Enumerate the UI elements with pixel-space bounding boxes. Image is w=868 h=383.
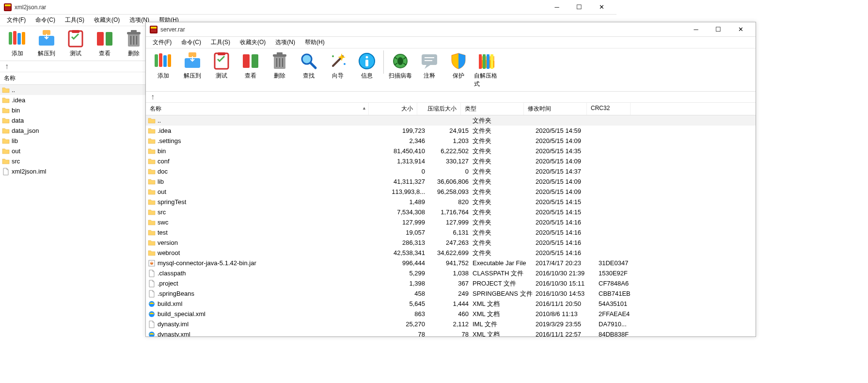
file-crc: CBB741EB — [599, 290, 642, 297]
col-name[interactable]: 名称▲ — [146, 103, 369, 115]
menu-item[interactable]: 选项(N) — [270, 37, 300, 48]
folder-icon — [148, 127, 156, 135]
table-row[interactable]: version286,313247,263文件夹2020/5/15 14:16 — [146, 238, 756, 248]
file-type: 文件夹 — [473, 208, 536, 217]
file-mtime: 2020/5/15 14:59 — [536, 127, 599, 134]
toolbar-folder-extract-button[interactable]: 解压到 — [178, 50, 207, 81]
menu-item[interactable]: 命令(C) — [176, 37, 206, 48]
table-row[interactable]: mysql-connector-java-5.1.42-bin.jar996,4… — [146, 258, 756, 268]
file-packed: 460 — [429, 310, 473, 318]
tool-label: 信息 — [361, 72, 373, 80]
menu-item[interactable]: 收藏夹(O) — [235, 37, 270, 48]
table-row[interactable]: src7,534,3081,716,764文件夹2020/5/15 14:15 — [146, 207, 756, 217]
magnifier-icon — [299, 51, 318, 71]
file-packed: 24,915 — [429, 127, 473, 134]
books-add-icon — [154, 51, 173, 71]
file-size: 286,313 — [380, 239, 429, 246]
table-row[interactable]: springTest1,489820文件夹2020/5/15 14:15 — [146, 197, 756, 207]
file-packed: 34,622,699 — [429, 249, 473, 256]
menu-item[interactable]: 工具(S) — [60, 15, 89, 25]
title-back: xml2json.rar — [15, 4, 546, 11]
toolbar-list-test-button[interactable]: 测试 — [207, 50, 236, 81]
table-row[interactable]: .classpath5,2991,038CLASSPATH 文件2016/10/… — [146, 268, 756, 278]
menu-item[interactable]: 收藏夹(O) — [89, 15, 125, 25]
col-type[interactable]: 类型 — [461, 103, 524, 115]
toolbar-books-add-button[interactable]: 添加 — [149, 50, 178, 81]
table-row[interactable]: lib41,311,32736,606,806文件夹2020/5/15 14:0… — [146, 176, 756, 187]
table-row[interactable]: webroot42,538,34134,622,699文件夹2020/5/15 … — [146, 248, 756, 258]
file-type: PROJECT 文件 — [473, 279, 536, 288]
table-row[interactable]: swc127,999127,999文件夹2020/5/15 14:16 — [146, 217, 756, 227]
file-size: 81,450,410 — [380, 147, 429, 155]
up-row-front[interactable]: ↑ — [146, 92, 756, 103]
folder-icon — [148, 158, 156, 165]
col-packed[interactable]: 压缩后大小 — [417, 103, 461, 115]
table-row[interactable]: ..文件夹 — [146, 115, 756, 126]
table-row[interactable]: dynasty.xml7878XML 文档2016/11/1 22:5784DB… — [146, 329, 756, 336]
col-mtime[interactable]: 修改时间 — [524, 103, 587, 115]
menu-item[interactable]: 帮助(H) — [300, 37, 330, 48]
file-mtime: 2020/5/15 14:16 — [536, 239, 599, 246]
toolbar-wand-button[interactable]: 向导 — [323, 50, 352, 81]
toolbar-book-view-button[interactable]: 查看 — [90, 28, 119, 59]
table-row[interactable]: doc00文件夹2020/5/15 14:37 — [146, 166, 756, 176]
toolbar-list-test-button[interactable]: 测试 — [61, 28, 90, 59]
file-list-front[interactable]: ..文件夹.idea199,72324,915文件夹2020/5/15 14:5… — [146, 115, 756, 336]
file-packed: 367 — [429, 280, 473, 287]
toolbar-shield-button[interactable]: 保护 — [444, 50, 473, 81]
menu-item[interactable]: 命令(C) — [31, 15, 60, 25]
tool-label: 删除 — [274, 72, 285, 80]
toolbar-folder-extract-button[interactable]: 解压到 — [32, 28, 61, 59]
file-type: XML 文档 — [473, 300, 536, 308]
file-size: 1,489 — [380, 198, 429, 206]
maximize-button[interactable]: ☐ — [707, 22, 729, 37]
file-size: 0 — [380, 168, 429, 175]
table-row[interactable]: out113,993,8...96,258,093文件夹2020/5/15 14… — [146, 187, 756, 197]
file-mtime: 2020/5/15 14:09 — [536, 158, 599, 165]
file-size: 127,999 — [380, 219, 429, 226]
table-row[interactable]: .springBeans458249SPRINGBEANS 文件2016/10/… — [146, 288, 756, 299]
table-row[interactable]: build.xml5,6451,444XML 文档2016/11/1 20:50… — [146, 299, 756, 309]
table-row[interactable]: .idea199,72324,915文件夹2020/5/15 14:59 — [146, 126, 756, 136]
minimize-button[interactable]: ─ — [546, 0, 568, 15]
file-icon — [148, 320, 156, 328]
toolbar-info-button[interactable]: 信息 — [352, 50, 381, 81]
close-button[interactable]: ✕ — [590, 0, 613, 15]
toolbar-book-view-button[interactable]: 查看 — [236, 50, 265, 81]
folder-extract-icon — [183, 51, 202, 71]
file-crc: 1530E92F — [599, 270, 642, 277]
menu-item[interactable]: 文件(F) — [148, 37, 176, 48]
file-name: build_special.xml — [158, 310, 380, 318]
menu-item[interactable]: 文件(F) — [2, 15, 31, 25]
table-row[interactable]: .project1,398367PROJECT 文件2016/10/30 15:… — [146, 278, 756, 288]
file-size: 996,444 — [380, 259, 429, 267]
col-crc[interactable]: CRC32 — [587, 103, 631, 115]
toolbar-magnifier-button[interactable]: 查找 — [294, 50, 323, 81]
toolbar-books-add-button[interactable]: 添加 — [3, 28, 32, 59]
menu-item[interactable]: 工具(S) — [206, 37, 235, 48]
table-row[interactable]: test19,0576,131文件夹2020/5/15 14:16 — [146, 227, 756, 238]
file-mtime: 2020/5/15 14:16 — [536, 249, 599, 256]
list-test-icon — [212, 51, 231, 71]
maximize-button[interactable]: ☐ — [568, 0, 590, 15]
table-row[interactable]: bin81,450,4106,222,502文件夹2020/5/15 14:35 — [146, 146, 756, 156]
file-crc: 2FFAEAE4 — [599, 310, 642, 318]
titlebar-front: server.rar ─ ☐ ✕ — [146, 22, 756, 37]
col-size[interactable]: 大小 — [369, 103, 417, 115]
table-row[interactable]: dynasty.iml25,2702,112IML 文件2019/3/29 23… — [146, 319, 756, 329]
toolbar-sfx-button[interactable]: 自解压格式 — [473, 50, 502, 89]
file-name: mysql-connector-java-5.1.42-bin.jar — [158, 259, 380, 267]
table-row[interactable]: conf1,313,914330,127文件夹2020/5/15 14:09 — [146, 156, 756, 166]
file-name: bin — [158, 147, 380, 155]
toolbar-trash-button[interactable]: 删除 — [119, 28, 148, 59]
table-row[interactable]: build_special.xml863460XML 文档2010/8/6 11… — [146, 309, 756, 319]
close-button[interactable]: ✕ — [729, 22, 752, 37]
table-row[interactable]: .settings2,3461,203文件夹2020/5/15 14:09 — [146, 136, 756, 146]
toolbar-comment-button[interactable]: 注释 — [415, 50, 444, 81]
toolbar-bug-button[interactable]: 扫描病毒 — [386, 50, 415, 81]
toolbar-trash-button[interactable]: 删除 — [265, 50, 294, 81]
file-name: test — [158, 229, 380, 236]
list-test-icon — [66, 29, 85, 48]
file-name: lib — [158, 178, 380, 185]
minimize-button[interactable]: ─ — [685, 22, 707, 37]
